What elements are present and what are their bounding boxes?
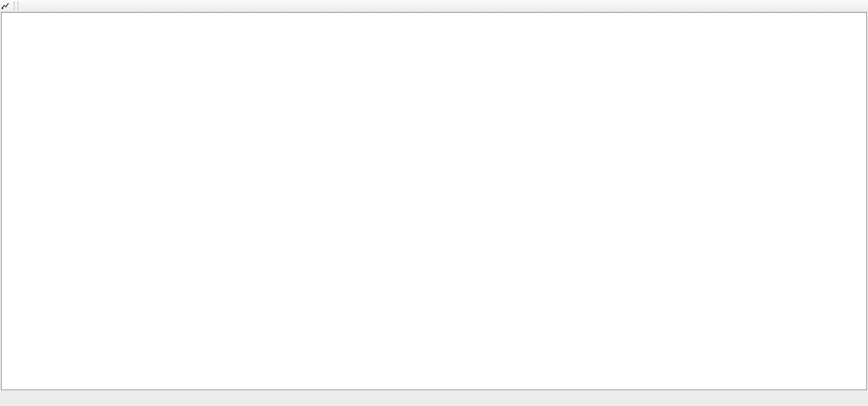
- chart-canvas[interactable]: [0, 0, 868, 391]
- macd-indicator-label: [4, 335, 10, 341]
- rsi-indicator-label: [4, 285, 7, 292]
- chart-tab-bar: [0, 391, 868, 406]
- chart-title: [4, 14, 22, 22]
